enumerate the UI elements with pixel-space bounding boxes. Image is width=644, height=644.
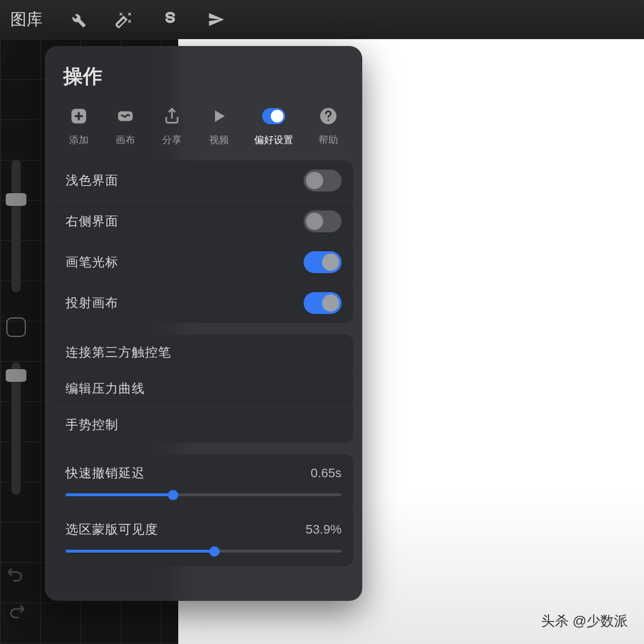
- link-gestures[interactable]: 手势控制: [54, 407, 353, 443]
- wrench-icon[interactable]: [68, 9, 89, 30]
- panel-title: 操作: [45, 63, 362, 105]
- undo-icon[interactable]: [6, 564, 26, 584]
- redo-icon[interactable]: [6, 600, 26, 621]
- s-icon[interactable]: [160, 9, 181, 30]
- row-label: 画笔光标: [66, 254, 118, 271]
- h-slider-mask[interactable]: [66, 550, 342, 553]
- left-sidebar: [0, 39, 32, 644]
- toggle-row-right-ui: 右侧界面: [54, 201, 353, 241]
- tab-label: 画布: [116, 133, 135, 147]
- toggle-row-brush-cursor: 画笔光标: [54, 241, 353, 282]
- toggle-icon: [262, 105, 285, 128]
- link-pressure[interactable]: 编辑压力曲线: [54, 370, 353, 407]
- toggle-row-project-canvas: 投射画布: [54, 282, 353, 323]
- help-icon: [317, 105, 340, 128]
- switch-light-ui[interactable]: [304, 170, 342, 191]
- row-label: 右侧界面: [66, 213, 118, 230]
- row-label: 快速撤销延迟: [66, 465, 145, 482]
- tab-preferences[interactable]: 偏好设置: [254, 105, 293, 147]
- row-label: 投射画布: [66, 294, 118, 312]
- toggle-row-light-ui: 浅色界面: [54, 160, 353, 201]
- toggles-section: 浅色界面 右侧界面 画笔光标 投射画布: [54, 160, 353, 323]
- switch-project-canvas[interactable]: [304, 292, 342, 314]
- wand-icon[interactable]: [114, 9, 135, 30]
- color-picker-button[interactable]: [6, 317, 26, 337]
- arrow-icon[interactable]: [206, 9, 227, 30]
- actions-panel: 操作 添加 画布 分享 视频 偏好设置 帮助 浅色界面 右侧界面 画笔光标 投射…: [45, 46, 362, 601]
- sliders-section: 快速撤销延迟0.65s 选区蒙版可见度53.9%: [54, 454, 353, 566]
- tab-add[interactable]: 添加: [67, 105, 90, 147]
- link-stylus[interactable]: 连接第三方触控笔: [54, 335, 353, 370]
- row-label: 浅色界面: [66, 172, 118, 189]
- tab-label: 视频: [209, 133, 229, 147]
- slider-value: 53.9%: [306, 522, 342, 537]
- top-toolbar: 图库: [0, 0, 644, 39]
- slider-mask-visibility: 选区蒙版可见度53.9%: [54, 510, 353, 566]
- tab-label: 偏好设置: [254, 133, 293, 147]
- tab-label: 帮助: [319, 133, 338, 147]
- tab-canvas[interactable]: 画布: [114, 105, 137, 147]
- tab-label: 添加: [69, 133, 89, 147]
- watermark: 头杀 @少数派: [541, 612, 628, 630]
- tab-share[interactable]: 分享: [160, 105, 183, 147]
- switch-brush-cursor[interactable]: [304, 251, 342, 273]
- gallery-button[interactable]: 图库: [10, 9, 43, 30]
- slider-undo-delay: 快速撤销延迟0.65s: [54, 454, 353, 510]
- row-label: 选区蒙版可见度: [66, 521, 158, 538]
- tab-help[interactable]: 帮助: [317, 105, 340, 147]
- tab-video[interactable]: 视频: [208, 105, 231, 147]
- row-label: 连接第三方触控笔: [66, 344, 171, 361]
- play-icon: [208, 105, 231, 128]
- canvas-icon: [114, 105, 137, 128]
- share-icon: [160, 105, 183, 128]
- switch-right-ui[interactable]: [304, 210, 342, 232]
- brush-size-slider[interactable]: [12, 160, 21, 292]
- row-label: 编辑压力曲线: [66, 380, 145, 397]
- tab-label: 分享: [162, 133, 182, 147]
- h-slider-undo[interactable]: [66, 493, 342, 496]
- opacity-slider[interactable]: [12, 362, 21, 494]
- links-section: 连接第三方触控笔 编辑压力曲线 手势控制: [54, 335, 353, 443]
- row-label: 手势控制: [66, 416, 118, 434]
- add-icon: [67, 105, 90, 128]
- tab-bar: 添加 画布 分享 视频 偏好设置 帮助: [45, 105, 362, 160]
- slider-value: 0.65s: [310, 466, 342, 481]
